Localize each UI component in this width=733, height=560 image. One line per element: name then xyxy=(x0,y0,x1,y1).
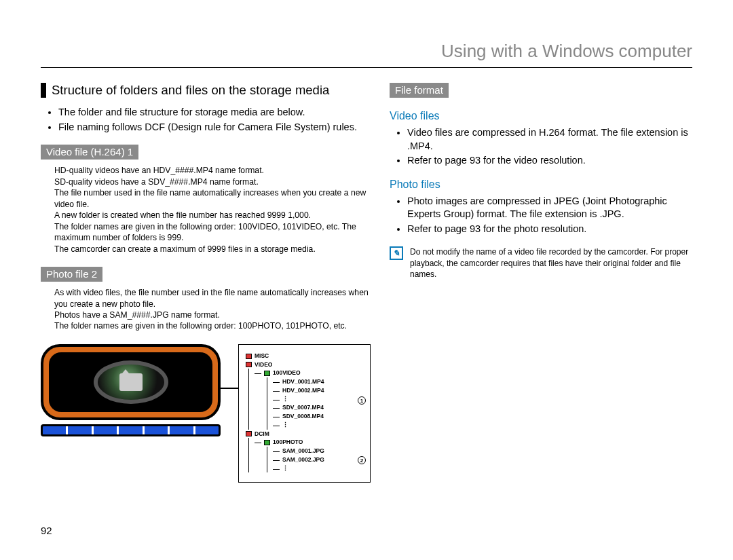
tree-file: HDV_0001.MP4 xyxy=(276,377,360,386)
photo-file-tag: Photo file 2 xyxy=(41,267,102,282)
callout-line xyxy=(221,388,238,389)
note-line: A new folder is created when the file nu… xyxy=(54,210,371,221)
folder-icon xyxy=(246,431,252,436)
file-format-tag: File format xyxy=(390,83,449,98)
lens-icon xyxy=(94,360,168,404)
folder-tree: 1 2 MISC VIDEO 100VIDEO HDV_0001.MP4 HDV… xyxy=(238,344,371,483)
bullet-item: Photo images are compressed in JPEG (Joi… xyxy=(407,195,692,221)
sd-card-slot-graphic xyxy=(41,424,221,436)
tree-label: VIDEO xyxy=(255,361,272,368)
tree-ellipsis: ⋮ xyxy=(276,395,360,404)
tree-label: 100PHOTO xyxy=(273,438,303,445)
note-line: SD-quality videos have a SDV_####.MP4 na… xyxy=(54,176,371,187)
note-line: The file number used in the file name au… xyxy=(54,187,371,210)
tree-label: 100VIDEO xyxy=(273,369,301,376)
note-line: The camcorder can create a maximum of 99… xyxy=(54,244,371,255)
folder-icon xyxy=(264,371,270,376)
camera-icon xyxy=(119,373,143,391)
tree-file: SDV_0007.MP4 xyxy=(276,403,360,412)
video-file-tag: Video file (H.264) 1 xyxy=(41,145,138,160)
note-text: Do not modify the name of a video file r… xyxy=(410,246,692,280)
video-files-subtitle: Video files xyxy=(390,110,692,122)
note-line: HD-quality videos have an HDV_####.MP4 n… xyxy=(54,165,371,176)
tree-file: SDV_0008.MP4 xyxy=(276,412,360,421)
camcorder-graphic xyxy=(41,344,221,436)
note-line: As with video files, the file number use… xyxy=(54,287,371,310)
bullet-item: Video files are compressed in H.264 form… xyxy=(407,126,692,153)
tree-ellipsis: ⋮ xyxy=(276,464,360,473)
note-line: The folder names are given in the follow… xyxy=(54,221,371,244)
tree-label: DCIM xyxy=(255,430,269,437)
note-line: Photos have a SAM_####.JPG name format. xyxy=(54,310,371,320)
bullet-item: Refer to page 93 for the photo resolutio… xyxy=(407,223,692,236)
folder-icon xyxy=(246,354,252,359)
right-column: File format Video files Video files are … xyxy=(390,83,692,483)
tree-ellipsis: ⋮ xyxy=(276,421,360,430)
left-column: Structure of folders and files on the st… xyxy=(41,83,371,483)
note-callout: ✎ Do not modify the name of a video file… xyxy=(390,246,692,280)
folder-icon xyxy=(246,362,252,367)
section-heading-structure: Structure of folders and files on the st… xyxy=(41,83,371,98)
page-number: 92 xyxy=(41,525,52,536)
folder-icon xyxy=(264,440,270,445)
intro-item: File naming follows DCF (Design rule for… xyxy=(58,121,371,134)
intro-item: The folder and file structure for storag… xyxy=(58,106,371,119)
photo-files-subtitle: Photo files xyxy=(390,179,692,191)
video-file-notes: HD-quality videos have an HDV_####.MP4 n… xyxy=(41,165,371,255)
bullet-item: Refer to page 93 for the video resolutio… xyxy=(407,154,692,168)
tree-label: MISC xyxy=(255,352,269,359)
photo-file-notes: As with video files, the file number use… xyxy=(41,287,371,332)
page-title: Using with a Windows computer xyxy=(41,41,692,68)
tree-file: SAM_0001.JPG xyxy=(276,447,360,455)
intro-list: The folder and file structure for storag… xyxy=(41,106,371,134)
photo-files-bullets: Photo images are compressed in JPEG (Joi… xyxy=(390,195,692,236)
note-icon: ✎ xyxy=(390,246,403,260)
note-line: The folder names are given in the follow… xyxy=(54,320,371,331)
video-files-bullets: Video files are compressed in H.264 form… xyxy=(390,126,692,168)
illustration: 1 2 MISC VIDEO 100VIDEO HDV_0001.MP4 HDV… xyxy=(41,344,371,483)
tree-file: HDV_0002.MP4 xyxy=(276,386,360,395)
tree-file: SAM_0002.JPG xyxy=(276,455,360,464)
